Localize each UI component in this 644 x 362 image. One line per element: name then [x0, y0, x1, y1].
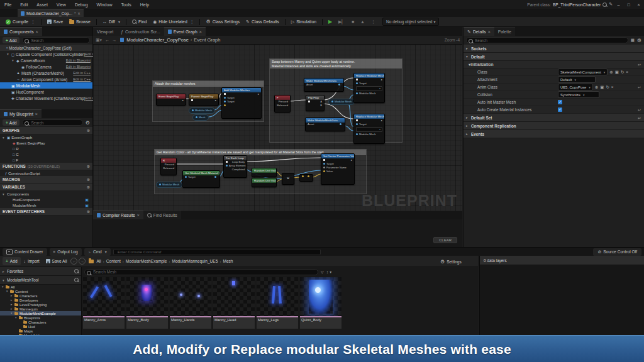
variables-section-header[interactable]: VARIABLES — [0, 184, 92, 191]
component-row[interactable]: ◉ FollowCamera Edit in Blueprint — [0, 63, 92, 70]
details-search-input[interactable] — [475, 38, 628, 43]
node-reroute[interactable] — [299, 174, 313, 182]
attachment-dropdown[interactable]: Default — [558, 76, 596, 83]
path-segment[interactable]: Mesh — [223, 259, 233, 263]
minimize-button[interactable] — [614, 1, 623, 8]
node-make-mesh-data-2[interactable]: Make ModularMeshData Asset — [305, 118, 345, 131]
macros-section-header[interactable]: MACROS — [0, 176, 92, 184]
node-flip-flop[interactable]: Flip Flop A B — [306, 95, 325, 111]
folder-row[interactable]: ▾ Content — [0, 289, 81, 293]
details-tab[interactable]: Details× — [464, 27, 494, 36]
pick-icon[interactable]: ⊕ — [609, 70, 613, 75]
clear-icon[interactable]: × — [611, 85, 614, 89]
save-all-button[interactable]: Save All — [43, 257, 70, 265]
component-row[interactable]: → Arrow Component (Arrow) Edit in C++ — [0, 76, 92, 82]
component-row[interactable]: ▾ ◆ CameraBoom Edit in Blueprint — [0, 57, 92, 63]
settings-gear-icon[interactable] — [637, 38, 641, 43]
add-dispatcher-icon[interactable] — [87, 209, 90, 214]
source-control-button[interactable]: Source Control Off — [593, 248, 641, 256]
palette-tab[interactable]: Palette — [494, 27, 515, 36]
section-events[interactable]: ▸Events — [464, 130, 644, 138]
node-multiply[interactable]: × — [282, 173, 294, 185]
hide-unrelated-button[interactable]: Hide Unrelated⋮ — [150, 18, 197, 26]
node-replace-modular-mesh-1[interactable]: Replace Modular Mesh ▸ Target Modular Me… — [353, 73, 385, 103]
find-button[interactable]: Find — [129, 18, 150, 26]
add-blueprint-item-button[interactable]: Add — [3, 119, 19, 126]
favorites-header[interactable]: ▸Favorites — [0, 267, 81, 276]
node-add-modular-meshes[interactable]: Add Modular Meshes ▸ Target Target — [221, 87, 262, 119]
path-segment[interactable]: ModularMeshExample — [126, 259, 167, 263]
data-layers-header[interactable]: 0 data layers — [480, 256, 644, 265]
expander-icon[interactable]: ▾ — [12, 58, 16, 62]
expander-icon[interactable]: ▾ — [3, 136, 7, 140]
forward-icon[interactable]: → — [112, 38, 116, 42]
debug-object-dropdown[interactable]: No debug object selected — [382, 18, 439, 26]
graphs-section-header[interactable]: GRAPHS — [0, 127, 92, 134]
node-make-mesh-data-1[interactable]: Make ModularMeshData Asset — [304, 78, 344, 92]
back-icon[interactable]: ← — [70, 258, 77, 265]
graph-row[interactable]: □ R — [0, 146, 92, 151]
folder-row[interactable]: Maps — [0, 329, 81, 333]
clear-icon[interactable]: × — [626, 70, 628, 74]
section-component-replication[interactable]: ▸Component Replication — [464, 122, 644, 130]
content-drawer-button[interactable]: Content Drawer — [3, 248, 47, 256]
menu-item[interactable]: Help — [136, 3, 153, 7]
asset-tile[interactable]: Manny_Arms — [83, 277, 125, 329]
asset-tile[interactable]: Manny_Body — [126, 277, 168, 329]
folder-row[interactable]: ▸ Characters — [0, 293, 81, 298]
node-random-vector-2[interactable]: Random Unit Vector — [252, 178, 277, 187]
eject-button[interactable]: ▲ — [357, 18, 368, 26]
graph-row[interactable]: □ C — [0, 151, 92, 157]
cmd-dropdown[interactable]: Cmd — [84, 248, 111, 256]
filter-icon[interactable] — [321, 270, 324, 274]
folder-row[interactable]: Characters — [0, 320, 81, 324]
display-filter-icon[interactable]: ▦ — [631, 38, 635, 43]
stop-button[interactable]: ■ — [348, 18, 357, 26]
node-set-vector-parameter[interactable]: Set Vector Parameter Value on Materials … — [321, 153, 355, 185]
breadcrumb-leaf[interactable]: Event Graph — [194, 37, 220, 43]
component-row[interactable]: ▣ ModularMesh — [0, 82, 92, 89]
class-settings-button[interactable]: Class Settings — [203, 18, 243, 26]
diff-button[interactable]: Diff — [99, 18, 123, 26]
components-tab[interactable]: Components× — [0, 27, 42, 36]
node-var-modular-mesh-2[interactable]: Modular Mesh — [328, 99, 355, 105]
menu-item[interactable]: File — [0, 3, 16, 7]
event-graph-tab[interactable]: Event Graph× — [164, 27, 206, 36]
breadcrumb-root[interactable]: ModularCharacter_CopyPose — [126, 37, 189, 43]
menu-item[interactable]: Debug — [70, 3, 92, 7]
compile-button[interactable]: Compile⋮ — [3, 18, 38, 26]
close-icon[interactable]: × — [36, 30, 38, 34]
graph-row[interactable]: □ F — [0, 157, 92, 163]
back-icon[interactable]: ← — [105, 38, 109, 42]
expander-icon[interactable]: ▾ — [7, 52, 11, 56]
menu-item[interactable]: Tools — [116, 3, 135, 7]
node-parent-beginplay[interactable]: Parent: BeginPlay ▸ — [189, 94, 219, 106]
folder-row[interactable]: ▾ All — [0, 285, 81, 289]
sort-icon[interactable] — [326, 270, 332, 274]
section-sockets[interactable]: ▸Sockets — [464, 45, 644, 53]
anim-class-dropdown[interactable]: UE5_CopyPose — [558, 84, 593, 90]
graph-row[interactable]: ◆ Event BeginPlay — [0, 140, 92, 146]
section-initialization[interactable]: ▾Initialization — [464, 61, 644, 69]
edit-link[interactable]: Edit in Blueprint — [66, 65, 91, 69]
auto-create-checkbox[interactable] — [558, 107, 562, 112]
event-graph-canvas[interactable]: Attach the modular meshes Event BeginPla… — [93, 45, 462, 211]
asset-tile[interactable]: Manny_Head — [213, 277, 255, 329]
parent-class-value[interactable]: BP_ThirdPersonCharacter — [553, 3, 601, 7]
import-button[interactable]: Import — [21, 257, 43, 265]
components-search-input[interactable] — [31, 38, 89, 43]
browse-button[interactable]: Browse — [66, 18, 94, 26]
class-dropdown[interactable]: SkeletalMeshComponent — [558, 69, 608, 75]
settings-gear-icon[interactable] — [86, 120, 90, 126]
component-row[interactable]: ▾ ◻ Capsule Component (CollisionCylinder… — [0, 51, 92, 57]
node-replace-modular-mesh-2[interactable]: Replace Modular Mesh ▸ Target Modular Me… — [353, 114, 385, 144]
maximize-button[interactable] — [625, 1, 633, 8]
event-dispatchers-section-header[interactable]: EVENT DISPATCHERS — [0, 208, 92, 216]
reset-icon[interactable] — [638, 62, 641, 67]
variable-row[interactable]: ModularMesh ▣ — [0, 202, 92, 208]
edit-link[interactable]: Edit in Blueprint — [66, 58, 91, 62]
component-row[interactable]: ▲ Mesh (CharacterMesh0) Edit in C++ — [0, 70, 92, 76]
frame-skip-button[interactable]: ▶▏ — [335, 18, 348, 26]
reset-icon[interactable] — [638, 116, 641, 120]
reset-icon[interactable] — [638, 107, 641, 112]
